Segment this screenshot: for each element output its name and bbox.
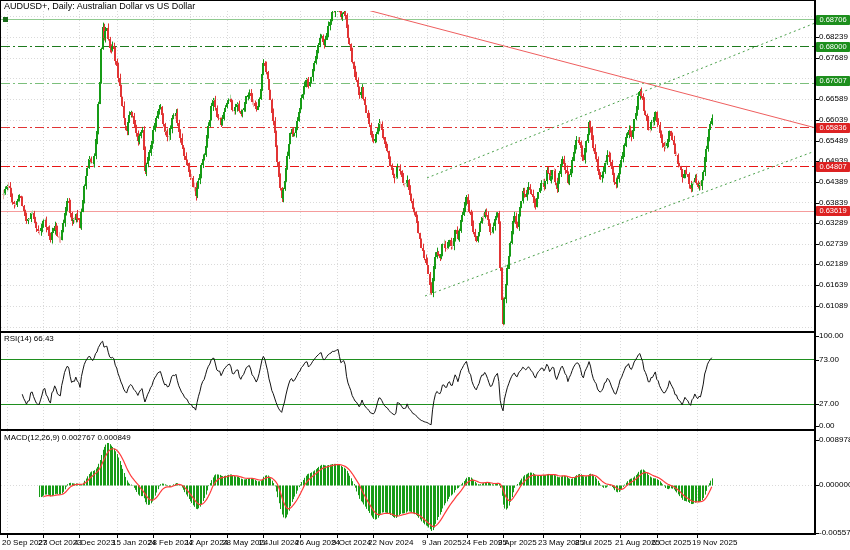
date-axis-label: 8 Jul 2025 [575,538,612,548]
price-badge: 0.68706 [816,15,850,25]
price-chart-canvas[interactable] [0,0,850,550]
date-axis-label: 4 Dec 2023 [74,538,115,548]
date-axis-label: 6 Oct 2025 [652,538,691,548]
price-axis-label: 0.63289 [819,218,848,228]
date-axis-label: 9 Jan 2025 [422,538,462,548]
price-badge: 0.63619 [816,206,850,216]
macd-indicator-label: MACD(12,26,9) 0.002767 0.000849 [4,433,131,443]
price-badge: 0.65836 [816,123,850,133]
trading-chart-window: AUDUSD+, Daily: Australian Dollar vs US … [0,0,850,550]
date-axis-label: 22 Nov 2024 [368,538,413,548]
macd-axis-label: 0.008978 [819,435,850,445]
date-axis-label: 9 Apr 2025 [498,538,537,548]
rsi-axis-label: 0.00 [819,421,835,431]
macd-axis-label: 0.000000 [819,480,850,490]
price-axis-label: 0.67689 [819,53,848,63]
price-axis-label: 0.62189 [819,259,848,269]
price-axis-label: 0.61639 [819,280,848,290]
date-axis-label: 11 Jul 2024 [258,538,299,548]
rsi-axis-label: 100.00 [819,331,843,341]
price-axis-label: 0.65489 [819,136,848,146]
price-axis-label: 0.62739 [819,239,848,249]
price-badge: 0.67007 [816,76,850,86]
price-badge: 0.68000 [816,42,850,52]
price-axis-label: 0.68239 [819,32,848,42]
chart-title: AUDUSD+, Daily: Australian Dollar vs US … [4,1,195,11]
rsi-axis-label: 27.00 [819,399,839,409]
price-axis-label: 0.64389 [819,177,848,187]
rsi-axis-label: 73.00 [819,355,839,365]
rsi-indicator-label: RSI(14) 66.43 [4,334,54,344]
date-axis-label: 19 Nov 2025 [692,538,737,548]
price-axis-label: 0.61089 [819,301,848,311]
price-badge: 0.64807 [816,162,850,172]
price-axis-label: 0.66589 [819,94,848,104]
macd-axis-label: -0.005575 [819,528,850,538]
date-axis-label: 9 Oct 2024 [332,538,371,548]
